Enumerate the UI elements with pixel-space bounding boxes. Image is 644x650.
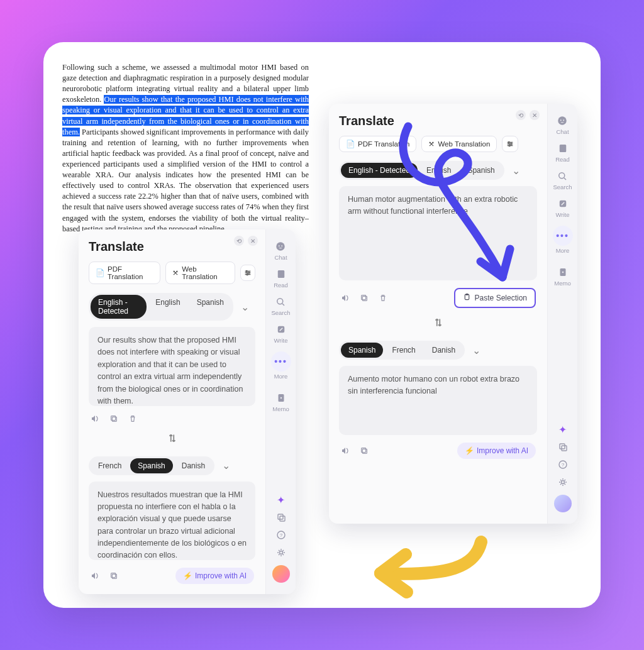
copy-icon[interactable] (109, 571, 119, 581)
svg-rect-26 (362, 449, 367, 453)
svg-rect-15 (280, 516, 285, 521)
swap-languages-icon[interactable] (431, 316, 445, 332)
settings-icon[interactable] (240, 265, 255, 281)
speaker-icon[interactable] (90, 571, 100, 581)
help-icon[interactable]: ? (558, 460, 568, 470)
user-avatar[interactable] (554, 495, 572, 512)
settings-icon[interactable] (502, 136, 518, 152)
svg-point-18 (279, 551, 282, 554)
target-language-tabs: French Spanish Danish (89, 456, 214, 475)
sidebar-write[interactable]: Write (556, 194, 570, 222)
lang-english-detected[interactable]: English - Detected (341, 163, 418, 178)
svg-point-9 (282, 245, 283, 246)
lang-spanish[interactable]: Spanish (189, 295, 231, 319)
svg-text:?: ? (561, 462, 564, 468)
dual-window-icon[interactable] (558, 442, 568, 452)
sidebar-search[interactable]: Search (553, 167, 572, 194)
copy-icon[interactable] (109, 414, 119, 424)
globe-icon: ⤧ (172, 268, 179, 277)
chevron-down-icon[interactable]: ⌄ (235, 301, 255, 313)
gift-icon[interactable]: ✦ (558, 424, 568, 434)
sidebar: Chat Read Search Write ••• More Memo ✦ ? (265, 229, 296, 594)
lang-french[interactable]: French (384, 343, 423, 358)
svg-text:?: ? (279, 532, 282, 538)
svg-rect-35 (560, 444, 565, 449)
lang-english[interactable]: English (419, 163, 458, 178)
chevron-down-icon[interactable]: ⌄ (506, 165, 526, 177)
lightning-icon: ⚡ (465, 446, 474, 455)
sidebar-write[interactable]: Write (274, 320, 288, 348)
document-icon: 📄 (96, 268, 104, 277)
chevron-down-icon[interactable]: ⌄ (216, 460, 236, 471)
copy-icon[interactable] (359, 446, 369, 456)
sidebar-more[interactable]: ••• (271, 351, 291, 372)
sidebar-label: Search (553, 184, 572, 190)
help-icon[interactable]: ? (276, 530, 286, 540)
source-language-tabs: English - Detected English Spanish (339, 161, 504, 180)
sidebar-chat[interactable]: Chat (274, 237, 287, 265)
target-text[interactable]: Aumento motor humano con un robot extra … (339, 366, 537, 435)
sidebar-more[interactable]: ••• (553, 226, 573, 246)
lang-danish[interactable]: Danish (425, 343, 463, 358)
lang-danish[interactable]: Danish (174, 458, 213, 473)
web-translation-button[interactable]: ⤧ Web Translation (421, 136, 497, 152)
button-label: Improve with AI (477, 446, 528, 455)
swap-languages-icon[interactable] (165, 431, 179, 448)
refresh-icon[interactable]: ⟲ (516, 110, 526, 120)
pdf-translation-button[interactable]: 📄 PDF Translation (339, 136, 416, 152)
copy-icon[interactable] (359, 293, 369, 303)
source-text[interactable]: Human motor augmentation with an extra r… (339, 186, 537, 280)
dual-window-icon[interactable] (276, 512, 286, 522)
sidebar-memo[interactable]: Memo (554, 263, 570, 290)
paragraph-post: Participants showed significant improvem… (62, 128, 309, 233)
close-icon[interactable]: ✕ (248, 236, 258, 246)
lang-english[interactable]: English (148, 295, 187, 319)
mode-label: Web Translation (438, 140, 490, 148)
lang-spanish[interactable]: Spanish (341, 343, 383, 358)
trash-icon[interactable] (128, 414, 138, 424)
sidebar-read[interactable]: Read (555, 139, 570, 167)
gear-icon[interactable] (558, 477, 568, 487)
paste-selection-button[interactable]: Paste Selection (454, 288, 536, 308)
chevron-down-icon[interactable]: ⌄ (466, 344, 487, 356)
sidebar-label: Read (274, 282, 288, 289)
pdf-translation-button[interactable]: 📄 PDF Translation (89, 262, 160, 284)
speaker-icon[interactable] (340, 446, 350, 456)
sidebar-chat[interactable]: Chat (556, 111, 569, 139)
lang-french[interactable]: French (91, 458, 129, 473)
gear-icon[interactable] (276, 548, 286, 558)
sidebar: Chat Read Search Write ••• More Memo ✦ ? (547, 104, 577, 524)
improve-with-ai-button[interactable]: ⚡ Improve with AI (175, 568, 254, 584)
speaker-icon[interactable] (340, 293, 350, 303)
lightning-icon: ⚡ (183, 571, 192, 580)
panel-title: Translate (89, 240, 255, 254)
close-icon[interactable]: ✕ (530, 110, 540, 120)
sidebar-search[interactable]: Search (271, 292, 290, 320)
svg-rect-22 (362, 296, 367, 300)
svg-rect-10 (277, 270, 284, 278)
source-text[interactable]: Our results show that the proposed HMI d… (89, 327, 255, 406)
lang-spanish[interactable]: Spanish (460, 163, 502, 178)
trash-icon[interactable] (378, 293, 388, 303)
mode-label: PDF Translation (108, 265, 153, 280)
sidebar-memo[interactable]: Memo (272, 388, 289, 416)
lang-english-detected[interactable]: English - Detected (91, 295, 147, 319)
button-label: Paste Selection (475, 294, 527, 302)
target-language-tabs: Spanish French Danish (339, 341, 465, 360)
user-avatar[interactable] (272, 565, 290, 583)
sidebar-read[interactable]: Read (274, 265, 288, 292)
target-text[interactable]: Nuestros resultados muestran que la HMI … (89, 482, 255, 561)
improve-with-ai-button[interactable]: ⚡ Improve with AI (457, 443, 536, 459)
sidebar-label: More (274, 373, 288, 380)
svg-point-2 (247, 274, 248, 275)
svg-point-7 (277, 242, 286, 251)
lang-spanish[interactable]: Spanish (130, 458, 172, 473)
gift-icon[interactable]: ✦ (276, 495, 286, 505)
refresh-icon[interactable]: ⟲ (234, 236, 244, 246)
app-card: Following such a scheme, we assessed a m… (43, 42, 601, 608)
web-translation-button[interactable]: ⤧ Web Translation (165, 262, 235, 284)
svg-rect-14 (278, 514, 283, 519)
annotation-arrow-yellow (336, 532, 500, 602)
speaker-icon[interactable] (90, 414, 100, 424)
clipboard-icon (463, 293, 471, 303)
